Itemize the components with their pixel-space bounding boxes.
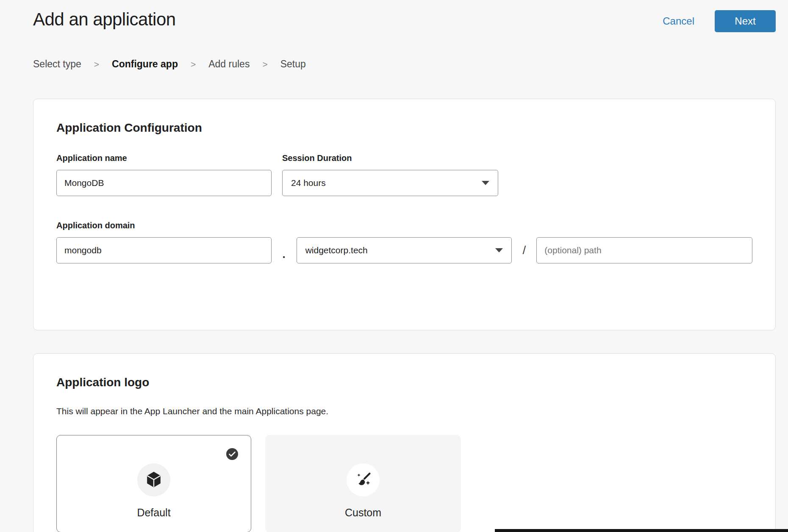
session-duration-label: Session Duration <box>282 153 498 163</box>
selected-check-badge <box>226 448 238 460</box>
step-select-type[interactable]: Select type <box>33 58 81 70</box>
application-logo-card: Application logo This will appear in the… <box>33 353 776 532</box>
domain-select[interactable]: widgetcorp.tech <box>297 237 512 263</box>
chevron-down-icon <box>495 248 503 252</box>
step-configure-app[interactable]: Configure app <box>112 58 178 70</box>
logo-option-label: Custom <box>345 507 381 519</box>
logo-heading: Application logo <box>56 376 752 389</box>
logo-description: This will appear in the App Launcher and… <box>56 406 752 416</box>
session-duration-select[interactable]: 24 hours <box>282 170 498 196</box>
step-separator: > <box>94 59 99 69</box>
bottom-dark-strip <box>495 529 788 532</box>
domain-value: widgetcorp.tech <box>305 245 368 255</box>
application-domain-label: Application domain <box>56 221 752 230</box>
check-icon <box>229 452 236 457</box>
session-duration-field: Session Duration 24 hours <box>282 153 498 196</box>
step-setup[interactable]: Setup <box>280 58 306 70</box>
application-domain-field: Application domain . widgetcorp.tech / <box>56 221 752 263</box>
page-title: Add an application <box>33 9 176 30</box>
logo-option-default[interactable]: Default <box>56 435 251 532</box>
application-name-input[interactable] <box>56 170 272 196</box>
chevron-down-icon <box>482 181 489 185</box>
step-separator: > <box>191 59 196 69</box>
step-separator: > <box>262 59 267 69</box>
session-duration-value: 24 hours <box>291 178 326 188</box>
dot-separator: . <box>272 248 297 263</box>
default-logo-circle <box>137 463 170 496</box>
application-name-field: Application name <box>56 153 272 196</box>
logo-options: Default Custom <box>56 435 752 532</box>
paintbrush-icon <box>354 471 372 489</box>
configuration-heading: Application Configuration <box>56 121 752 135</box>
logo-option-label: Default <box>137 507 170 519</box>
next-button[interactable]: Next <box>715 10 776 32</box>
header-actions: Cancel Next <box>663 9 776 32</box>
application-name-label: Application name <box>56 153 272 163</box>
main-content: Add an application Cancel Next Select ty… <box>33 0 776 532</box>
cancel-button[interactable]: Cancel <box>663 15 694 27</box>
page-header: Add an application Cancel Next <box>33 0 776 32</box>
slash-separator: / <box>512 244 536 257</box>
custom-logo-circle <box>347 463 380 496</box>
cube-icon <box>145 471 162 489</box>
application-domain-row: . widgetcorp.tech / <box>56 237 752 263</box>
logo-option-custom[interactable]: Custom <box>265 435 461 532</box>
name-session-row: Application name Session Duration 24 hou… <box>56 153 752 196</box>
wizard-steps: Select type > Configure app > Add rules … <box>33 58 776 70</box>
path-input[interactable] <box>536 237 752 263</box>
subdomain-input[interactable] <box>56 237 272 263</box>
step-add-rules[interactable]: Add rules <box>208 58 250 70</box>
application-configuration-card: Application Configuration Application na… <box>33 99 776 330</box>
